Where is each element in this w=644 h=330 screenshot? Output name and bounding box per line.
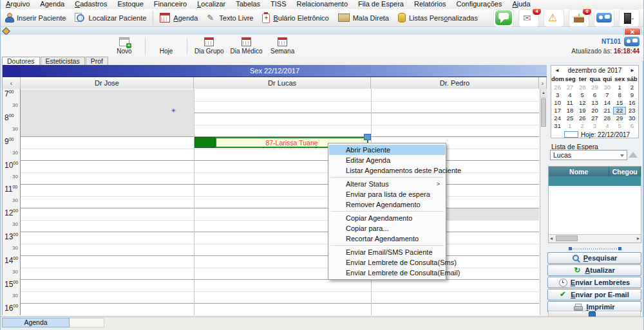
hoje-button[interactable]: Hoje <box>149 46 183 57</box>
dia-medico-button[interactable]: Dia Médico <box>227 36 266 57</box>
calendar-day[interactable]: 15 <box>613 99 625 107</box>
menu-item-enviar-lembrete-de-consulta-sms[interactable]: Enviar Lembrete de Consulta(Sms) <box>329 257 445 268</box>
scroll-up-icon[interactable]: ▲ <box>540 89 547 98</box>
slot-row[interactable] <box>3 303 539 315</box>
menu-item-editar-agenda[interactable]: Editar Agenda <box>329 155 445 165</box>
panel-splitter[interactable] <box>570 247 620 250</box>
calendar-day[interactable]: 12 <box>576 99 589 107</box>
menu-item-copiar-para[interactable]: Copiar para... <box>329 223 445 234</box>
collapse-panel-icon[interactable] <box>629 152 638 158</box>
calendar-day[interactable]: 3 <box>589 122 601 130</box>
menu-agenda[interactable]: Agenda <box>35 0 70 9</box>
bulario-eletronico-button[interactable]: Bulário Eletrônico <box>258 10 333 26</box>
slot-row[interactable] <box>3 279 539 292</box>
semana-button[interactable]: Semana <box>266 36 299 57</box>
calendar-day[interactable]: 3 <box>551 91 564 99</box>
calendar-day[interactable]: 2 <box>576 122 589 130</box>
calendar-day[interactable]: 29 <box>589 84 601 91</box>
hscroll-thumb[interactable] <box>556 235 578 241</box>
calendar-day[interactable]: 19 <box>576 107 589 115</box>
calendar-day[interactable]: 24 <box>551 115 564 122</box>
menu-estoque[interactable]: Estoque <box>112 0 148 9</box>
enviar-lembretes-button[interactable]: Enviar Lembretes <box>547 277 641 288</box>
menu-item-alterar-status[interactable]: Alterar Status> <box>329 179 445 189</box>
calendar-day[interactable]: 26 <box>551 84 564 91</box>
calendar-day[interactable]: 2 <box>626 84 638 91</box>
calendar-prev-icon[interactable]: ◄ <box>553 66 562 75</box>
grid-vscrollbar[interactable]: ▲ <box>540 89 547 315</box>
calendar-day[interactable]: 1 <box>564 122 576 130</box>
menu-tabelas[interactable]: Tabelas <box>231 0 265 9</box>
slot-row[interactable] <box>3 291 539 304</box>
slot-row[interactable] <box>3 149 539 161</box>
calendar-day[interactable]: 23 <box>626 107 638 115</box>
calendar-day[interactable]: 30 <box>601 84 613 91</box>
calendar-day[interactable]: 17 <box>551 107 564 115</box>
inserir-paciente-button[interactable]: Inserir Paciente <box>1 10 70 26</box>
waitlist-column-nome[interactable]: Nome <box>549 167 609 176</box>
menu-cadastros[interactable]: Cadastros <box>70 0 112 9</box>
tab-prof[interactable]: Prof <box>86 57 108 65</box>
menu-item-recortar-agendamento[interactable]: Recortar Agendamento <box>329 234 445 244</box>
calendar-day[interactable]: 31 <box>551 122 564 130</box>
schedule-grid[interactable]: 7003080030900301000301100301200301300301… <box>3 89 547 315</box>
chat-button[interactable] <box>493 9 514 27</box>
menu-tiss[interactable]: TISS <box>265 0 291 9</box>
alert-button[interactable] <box>544 9 564 27</box>
menu-financeiro[interactable]: Financeiro <box>149 0 192 9</box>
menu-relacionamento[interactable]: Relacionamento <box>292 0 354 9</box>
calendar-day[interactable]: 9 <box>626 91 638 99</box>
menu-item-enviar-para-lista-de-espera[interactable]: Enviar para lista de espera <box>329 189 445 199</box>
exit-button[interactable] <box>619 9 639 27</box>
scroll-right-icon[interactable]: ▸ <box>637 235 639 241</box>
calendar-day[interactable]: 7 <box>601 91 613 99</box>
calendar-day[interactable]: 14 <box>601 99 613 107</box>
calendar-day[interactable]: 28 <box>576 84 589 91</box>
calendar-day[interactable]: 26 <box>576 115 589 122</box>
novo-button[interactable]: Novo <box>108 36 141 57</box>
atualizar-button[interactable]: Atualizar <box>547 264 641 276</box>
calendar-footer[interactable]: Hoje: 22/12/2017 <box>551 130 638 139</box>
waitlist-column-chegou[interactable]: Chegou <box>609 167 641 176</box>
appointment-resize-handle[interactable] <box>364 134 371 140</box>
texto-livre-button[interactable]: Texto Livre <box>202 10 258 26</box>
calendar-day[interactable]: 29 <box>613 115 625 122</box>
slot-row[interactable] <box>3 184 539 197</box>
slot-row[interactable] <box>3 255 539 268</box>
calendar-day[interactable]: 4 <box>564 91 576 99</box>
calendar-day[interactable]: 28 <box>601 115 613 122</box>
bottom-tab-agenda[interactable]: Agenda <box>2 318 70 327</box>
dia-grupo-button[interactable]: Dia Grupo <box>191 36 227 57</box>
calendar-day[interactable]: 21 <box>601 107 613 115</box>
calendar-day[interactable]: 27 <box>589 115 601 122</box>
calendar-day[interactable]: 5 <box>613 122 625 130</box>
calendar-day[interactable]: 20 <box>589 107 601 115</box>
calendar-next-icon[interactable]: ► <box>628 66 637 75</box>
agenda-button[interactable]: Agenda <box>155 10 202 26</box>
cake-button[interactable]: 0 <box>569 9 589 27</box>
column-header-dr-pedro[interactable]: Dr. Pedro <box>371 77 539 89</box>
calendar-day[interactable]: 25 <box>564 115 576 122</box>
waitlist-professional-select[interactable]: Lucas <box>550 150 627 160</box>
calendar-day[interactable]: 13 <box>589 99 601 107</box>
scroll-left-icon[interactable]: ◂ <box>550 235 553 241</box>
menu-item-enviar-email-sms-paciente[interactable]: Enviar Email/SMS Paciente <box>329 247 445 257</box>
contacts-icon[interactable] <box>624 37 639 46</box>
calendar-day[interactable]: 18 <box>564 107 576 115</box>
slot-row[interactable] <box>3 232 539 244</box>
slot-row[interactable] <box>3 196 539 209</box>
menu-arquivo[interactable]: Arquivo <box>1 0 35 9</box>
slot-row[interactable] <box>3 220 539 233</box>
waitlist-selected-row[interactable] <box>549 176 641 186</box>
calendar-day[interactable]: 1 <box>613 84 625 91</box>
menu-localizar[interactable]: Localizar <box>192 0 231 9</box>
calendar-day[interactable]: 6 <box>589 91 601 99</box>
contacts-button[interactable] <box>594 9 614 27</box>
menu-item-copiar-agendamento[interactable]: Copiar Agendamento <box>329 213 445 223</box>
scroll-columns-right[interactable]: › <box>539 77 547 89</box>
calendar-day[interactable]: 10 <box>551 99 564 107</box>
column-header-dr-lucas[interactable]: Dr Lucas <box>194 77 371 89</box>
menu-item-remover-agendamento[interactable]: Remover Agendamento <box>329 199 445 210</box>
waitlist-hscrollbar[interactable]: ◂ ▸ <box>549 234 641 243</box>
calendar-day[interactable]: 4 <box>601 122 613 130</box>
